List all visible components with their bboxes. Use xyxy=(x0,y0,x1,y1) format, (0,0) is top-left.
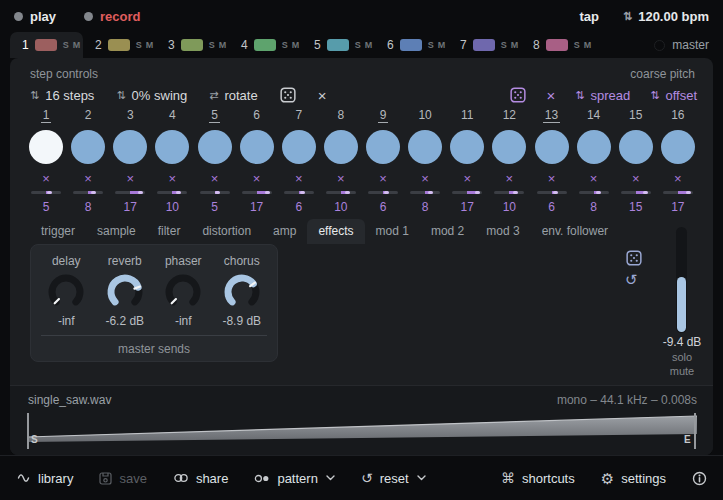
step-clear-button[interactable]: × xyxy=(42,172,50,186)
reset-menu-button[interactable]: ↺ reset xyxy=(361,471,426,486)
track-solo-button[interactable]: S xyxy=(355,40,361,50)
section-tab-filter[interactable]: filter xyxy=(147,219,192,244)
track-mute-button[interactable]: M xyxy=(146,40,154,50)
track-solo-button[interactable]: S xyxy=(574,40,580,50)
track-tab[interactable]: 6 S M xyxy=(375,32,448,58)
track-mute-button[interactable]: M xyxy=(584,40,592,50)
bpm-control[interactable]: ⇅ 120.00 bpm xyxy=(623,9,709,24)
track-tab[interactable]: 7 S M xyxy=(448,32,521,58)
slider-handle[interactable] xyxy=(643,191,648,194)
section-tab-trigger[interactable]: trigger xyxy=(30,219,86,244)
track-tab[interactable]: 5 S M xyxy=(302,32,375,58)
step-pitch-slider[interactable] xyxy=(200,191,230,194)
slider-handle[interactable] xyxy=(345,191,350,194)
step-pitch-slider[interactable] xyxy=(494,191,524,194)
step-trigger-button[interactable] xyxy=(198,130,232,164)
slider-handle[interactable] xyxy=(91,191,96,194)
track-tab[interactable]: 3 S M xyxy=(156,32,229,58)
step-trigger-button[interactable] xyxy=(661,130,695,164)
track-tab[interactable]: 2 S M xyxy=(83,32,156,58)
randomize-steps-button[interactable] xyxy=(280,87,296,103)
slider-handle[interactable] xyxy=(300,191,305,194)
section-tab-sample[interactable]: sample xyxy=(86,219,147,244)
knob-dial[interactable] xyxy=(163,272,203,312)
step-pitch-slider[interactable] xyxy=(579,191,609,194)
step-clear-button[interactable]: × xyxy=(84,172,92,186)
track-mute-button[interactable]: M xyxy=(438,40,446,50)
slider-handle[interactable] xyxy=(686,191,691,194)
section-tab-amp[interactable]: amp xyxy=(262,219,307,244)
shortcuts-button[interactable]: ⌘ shortcuts xyxy=(501,471,575,486)
step-clear-button[interactable]: × xyxy=(674,172,682,186)
step-pitch-slider[interactable] xyxy=(284,191,314,194)
step-clear-button[interactable]: × xyxy=(295,172,303,186)
step-clear-button[interactable]: × xyxy=(421,172,429,186)
step-clear-button[interactable]: × xyxy=(590,172,598,186)
track-solo-button[interactable]: S xyxy=(209,40,215,50)
step-clear-button[interactable]: × xyxy=(463,172,471,186)
track-mute-button[interactable]: M xyxy=(73,40,81,50)
step-pitch-slider[interactable] xyxy=(663,191,693,194)
track-mute-button[interactable]: M xyxy=(365,40,373,50)
sample-end-marker[interactable] xyxy=(694,413,696,449)
randomize-pitch-button[interactable] xyxy=(510,87,526,103)
settings-button[interactable]: ⚙ settings xyxy=(601,471,666,486)
step-clear-button[interactable]: × xyxy=(548,172,556,186)
slider-handle[interactable] xyxy=(384,191,389,194)
randomize-effects-button[interactable] xyxy=(626,250,642,266)
step-trigger-button[interactable] xyxy=(619,130,653,164)
pattern-menu-button[interactable]: pattern xyxy=(254,471,334,486)
section-tab-env-follower[interactable]: env. follower xyxy=(531,219,619,244)
sample-start-marker[interactable] xyxy=(27,413,29,449)
step-trigger-button[interactable] xyxy=(29,130,63,164)
step-pitch-slider[interactable] xyxy=(73,191,103,194)
step-clear-button[interactable]: × xyxy=(253,172,261,186)
step-pitch-slider[interactable] xyxy=(157,191,187,194)
section-tab-mod-1[interactable]: mod 1 xyxy=(365,219,420,244)
save-button[interactable]: save xyxy=(99,471,146,486)
library-button[interactable]: library xyxy=(16,471,73,486)
step-clear-button[interactable]: × xyxy=(506,172,514,186)
mute-button[interactable]: mute xyxy=(646,365,718,377)
track-solo-button[interactable]: S xyxy=(63,40,69,50)
step-trigger-button[interactable] xyxy=(155,130,189,164)
slider-handle[interactable] xyxy=(553,191,558,194)
slider-handle[interactable] xyxy=(176,191,181,194)
step-pitch-slider[interactable] xyxy=(31,191,61,194)
step-pitch-slider[interactable] xyxy=(115,191,145,194)
reset-effects-button[interactable]: ↺ xyxy=(625,272,638,287)
slider-handle[interactable] xyxy=(265,191,270,194)
info-button[interactable] xyxy=(692,471,707,486)
track-tab[interactable]: 1 S M xyxy=(10,32,83,58)
section-tab-mod-2[interactable]: mod 2 xyxy=(420,219,475,244)
step-clear-button[interactable]: × xyxy=(211,172,219,186)
clear-steps-button[interactable]: × xyxy=(318,88,327,103)
step-trigger-button[interactable] xyxy=(408,130,442,164)
track-volume-slider[interactable] xyxy=(676,227,687,333)
slider-handle[interactable] xyxy=(475,191,480,194)
slider-handle[interactable] xyxy=(215,191,220,194)
step-clear-button[interactable]: × xyxy=(337,172,345,186)
step-pitch-slider[interactable] xyxy=(452,191,482,194)
step-clear-button[interactable]: × xyxy=(169,172,177,186)
step-clear-button[interactable]: × xyxy=(126,172,134,186)
slider-handle[interactable] xyxy=(428,191,433,194)
track-tab[interactable]: 8 S M xyxy=(521,32,594,58)
step-trigger-button[interactable] xyxy=(71,130,105,164)
step-trigger-button[interactable] xyxy=(282,130,316,164)
section-tab-effects[interactable]: effects xyxy=(307,219,364,244)
step-trigger-button[interactable] xyxy=(577,130,611,164)
step-clear-button[interactable]: × xyxy=(379,172,387,186)
track-solo-button[interactable]: S xyxy=(136,40,142,50)
master-track-button[interactable]: master xyxy=(654,32,713,58)
step-trigger-button[interactable] xyxy=(240,130,274,164)
track-solo-button[interactable]: S xyxy=(282,40,288,50)
knob-dial[interactable] xyxy=(46,272,86,312)
step-trigger-button[interactable] xyxy=(113,130,147,164)
slider-handle[interactable] xyxy=(513,191,518,194)
step-pitch-slider[interactable] xyxy=(621,191,651,194)
step-pitch-slider[interactable] xyxy=(368,191,398,194)
clear-pitch-button[interactable]: × xyxy=(546,88,555,103)
step-trigger-button[interactable] xyxy=(366,130,400,164)
slider-handle[interactable] xyxy=(138,191,143,194)
